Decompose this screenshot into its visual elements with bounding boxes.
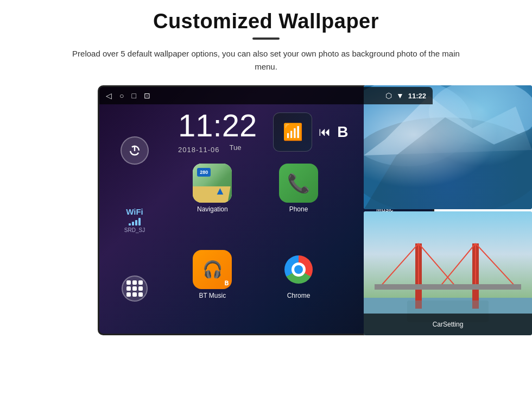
wifi-status-icon: ▼ xyxy=(396,91,404,100)
carsetting-label: CarSetting xyxy=(433,321,464,328)
status-bar-right: ⬡ ▼ 11:22 xyxy=(385,91,426,100)
device-sidebar: WiFi SRD_SJ xyxy=(99,104,170,334)
screenshot-icon[interactable]: ⊡ xyxy=(144,91,150,100)
app-navigation-label: Navigation xyxy=(197,205,228,213)
chrome-inner-ring xyxy=(292,262,306,277)
bluetooth-letter-icon[interactable]: B xyxy=(337,123,348,141)
page-wrapper: Customized Wallpaper Preload over 5 defa… xyxy=(0,0,532,335)
app-chrome-label: Chrome xyxy=(287,292,311,299)
wifi-signal-bars xyxy=(129,218,141,226)
media-icons: 📶 ⏮ B xyxy=(273,112,348,152)
chrome-outer-ring xyxy=(284,255,313,284)
app-phone[interactable]: 📞 Phone xyxy=(259,164,339,243)
wifi-app-icon[interactable]: 📶 xyxy=(273,112,312,152)
nav-pin-icon: ▲ xyxy=(215,185,226,197)
clock-date: 2018-11-06 xyxy=(178,146,220,154)
chrome-core xyxy=(294,265,303,274)
navigation-icon: 280 ▲ xyxy=(193,164,232,203)
status-bar-left: ◁ ○ □ ⊡ xyxy=(106,91,150,100)
wallpaper-city-bridge[interactable]: CarSetting xyxy=(364,211,532,335)
device-section: ◁ ○ □ ⊡ ⬡ ▼ 11:22 xyxy=(0,85,532,335)
wifi-app-symbol: 📶 xyxy=(283,122,303,141)
app-bt-music-label: BT Music xyxy=(199,292,226,299)
wifi-bar-2 xyxy=(132,222,134,226)
app-bt-music[interactable]: 🎧 ʙ BT Music xyxy=(173,250,252,330)
home-nav-icon[interactable]: ○ xyxy=(119,91,124,100)
status-time: 11:22 xyxy=(408,92,426,100)
clock-block: 11:22 2018-11-06 Tue xyxy=(178,110,257,154)
nav-shield-badge: 280 xyxy=(197,168,211,177)
all-apps-button[interactable] xyxy=(122,275,148,302)
back-nav-icon[interactable]: ◁ xyxy=(106,91,112,100)
wifi-bar-4 xyxy=(138,218,141,226)
clock-time: 11:22 xyxy=(178,110,257,141)
power-icon xyxy=(129,145,141,156)
app-navigation[interactable]: 280 ▲ Navigation xyxy=(173,164,252,243)
page-subtitle: Preload over 5 default wallpaper options… xyxy=(71,47,461,73)
recents-nav-icon[interactable]: □ xyxy=(131,91,136,100)
location-status-icon: ⬡ xyxy=(385,91,392,100)
svg-rect-19 xyxy=(375,284,521,290)
apps-grid-icon xyxy=(126,280,143,297)
page-title: Customized Wallpaper xyxy=(153,10,379,33)
bt-music-symbol: 🎧 xyxy=(202,260,223,279)
bt-music-icon: 🎧 ʙ xyxy=(193,250,232,289)
wifi-bar-3 xyxy=(135,220,137,226)
bt-symbol: ʙ xyxy=(224,278,229,287)
wifi-bar-1 xyxy=(129,223,131,226)
prev-track-icon[interactable]: ⏮ xyxy=(319,125,331,139)
power-button[interactable] xyxy=(121,136,149,165)
app-phone-label: Phone xyxy=(289,205,308,213)
ssid-label: SRD_SJ xyxy=(124,227,145,233)
status-bar: ◁ ○ □ ⊡ ⬡ ▼ 11:22 xyxy=(99,87,433,104)
carsetting-overlay: CarSetting xyxy=(364,314,532,335)
title-divider xyxy=(252,37,280,40)
phone-symbol: 📞 xyxy=(287,172,310,194)
wallpaper-thumbnails: CarSetting xyxy=(364,85,532,335)
wifi-info: WiFi SRD_SJ xyxy=(124,207,145,233)
clock-day: Tue xyxy=(230,143,242,154)
phone-icon: 📞 xyxy=(279,164,318,203)
wifi-label: WiFi xyxy=(126,207,143,216)
chrome-icon xyxy=(279,250,318,289)
app-chrome[interactable]: Chrome xyxy=(259,250,339,330)
